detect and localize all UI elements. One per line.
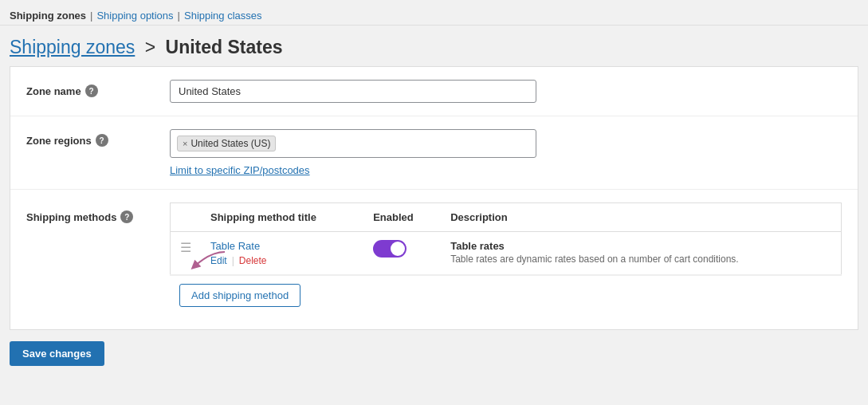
zone-name-row: Zone name ? xyxy=(10,67,858,116)
shipping-methods-help-icon[interactable]: ? xyxy=(120,210,133,223)
method-name-link[interactable]: Table Rate xyxy=(210,240,260,252)
breadcrumb-link[interactable]: Shipping zones xyxy=(10,37,135,57)
breadcrumb-separator: > xyxy=(145,37,155,57)
shipping-methods-table: Shipping method title Enabled Descriptio… xyxy=(170,202,842,275)
add-shipping-method-button[interactable]: Add shipping method xyxy=(179,284,300,307)
method-description-cell: Table rates Table rates are dynamic rate… xyxy=(441,232,841,275)
zone-regions-box[interactable]: × United States (US) xyxy=(170,129,536,158)
zone-name-help-icon[interactable]: ? xyxy=(85,85,98,97)
table-row: ☰ Table Rate xyxy=(171,232,842,275)
col-description-header: Description xyxy=(441,203,841,232)
breadcrumb-current: United States xyxy=(166,37,283,57)
drag-handle-icon[interactable]: ☰ xyxy=(180,239,191,254)
region-tag-remove-us[interactable]: × xyxy=(183,140,187,148)
nav-tab-shipping-zones[interactable]: Shipping zones xyxy=(10,6,86,25)
zone-regions-label: Zone regions ? xyxy=(26,129,170,147)
method-name-cell: Table Rate xyxy=(201,232,363,275)
method-delete-link[interactable]: Delete xyxy=(239,255,267,266)
method-enabled-cell xyxy=(363,232,441,275)
drag-handle-cell: ☰ xyxy=(171,232,202,275)
nav-tab-shipping-classes[interactable]: Shipping classes xyxy=(184,6,262,25)
method-desc-title: Table rates xyxy=(450,240,831,252)
col-drag xyxy=(171,203,202,232)
col-enabled-header: Enabled xyxy=(363,203,441,232)
nav-sep-2: | xyxy=(178,10,180,22)
main-content: Zone name ? Zone regions ? × United Stat… xyxy=(10,66,858,330)
add-method-row: Add shipping method xyxy=(170,275,842,317)
zone-name-label: Zone name ? xyxy=(26,80,170,97)
save-bar: Save changes xyxy=(0,330,868,377)
toggle-slider xyxy=(373,240,407,258)
nav-tabs: Shipping zones | Shipping options | Ship… xyxy=(0,0,868,26)
zone-regions-row: Zone regions ? × United States (US) Limi… xyxy=(10,116,858,190)
zone-regions-help-icon[interactable]: ? xyxy=(96,134,108,147)
method-edit-link[interactable]: Edit xyxy=(210,255,227,266)
zone-name-input[interactable] xyxy=(170,80,536,103)
col-title-header: Shipping method title xyxy=(201,203,363,232)
nav-sep-1: | xyxy=(90,10,92,22)
limit-zip-link[interactable]: Limit to specific ZIP/postcodes xyxy=(170,164,842,176)
shipping-methods-row: Shipping methods ? Shipping method title… xyxy=(10,190,858,329)
zone-regions-control: × United States (US) Limit to specific Z… xyxy=(170,129,842,176)
action-separator: | xyxy=(232,255,234,266)
zone-regions-label-text: Zone regions xyxy=(26,135,92,147)
method-desc-text: Table rates are dynamic rates based on a… xyxy=(450,254,831,265)
region-tag-us: × United States (US) xyxy=(177,136,276,151)
shipping-table-wrap: Shipping method title Enabled Descriptio… xyxy=(170,202,842,317)
table-header-row: Shipping method title Enabled Descriptio… xyxy=(171,203,842,232)
nav-tab-shipping-options[interactable]: Shipping options xyxy=(96,6,173,25)
zone-name-control xyxy=(170,80,842,103)
shipping-methods-label-text: Shipping methods xyxy=(26,211,116,223)
method-enabled-toggle[interactable] xyxy=(373,240,407,258)
method-name-container: Table Rate xyxy=(210,240,354,266)
method-actions: Edit | Delete xyxy=(210,255,354,266)
shipping-methods-label: Shipping methods ? xyxy=(26,202,170,223)
page-wrapper: Shipping zones | Shipping options | Ship… xyxy=(0,0,868,405)
region-tag-label-us: United States (US) xyxy=(190,138,270,149)
zone-name-label-text: Zone name xyxy=(26,85,81,97)
save-changes-button[interactable]: Save changes xyxy=(10,341,104,366)
breadcrumb: Shipping zones > United States xyxy=(0,26,868,66)
